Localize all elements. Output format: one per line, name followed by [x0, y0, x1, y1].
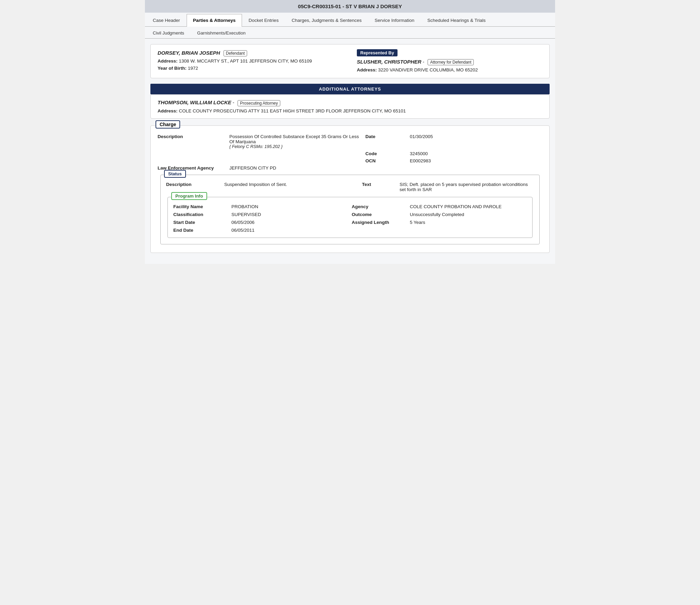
code-label: Code	[365, 151, 406, 156]
agency-value: COLE COUNTY PROBATION AND PAROLE	[410, 204, 527, 209]
additional-attorneys-card: THOMPSON, WILLIAM LOCKE - Prosecuting At…	[150, 94, 550, 118]
date-value: 01/30/2005	[410, 134, 542, 139]
defendant-yob-value: 1972	[188, 66, 198, 71]
status-text-label: Text	[362, 182, 396, 187]
page-title: 05C9-CR00315-01 - ST V BRIAN J DORSEY	[145, 0, 555, 13]
defendant-address-value: 1308 W. MCCARTY ST., APT 101 JEFFERSON C…	[179, 58, 312, 64]
program-legend: Program Info	[171, 193, 207, 199]
tab-docket-entries[interactable]: Docket Entries	[242, 14, 285, 26]
defendant-badge: Defendant	[224, 50, 247, 56]
tab-civil-judgments[interactable]: Civil Judgments	[146, 27, 191, 38]
assigned-length-value: 5 Years	[410, 220, 527, 225]
represented-by-label: Represented By	[357, 49, 398, 56]
charge-section: Charge Description Possession Of Control…	[150, 125, 550, 253]
defendant-info: DORSEY, BRIAN JOSEPH Defendant Address: …	[158, 50, 343, 72]
classification-label: Classification	[173, 212, 228, 217]
tab-garnishments[interactable]: Garnishments/Execution	[191, 27, 252, 38]
additional-attorneys-header: ADDITIONAL ATTORNEYS	[150, 84, 550, 94]
additional-attorney-address-line: Address: COLE COUNTY PROSECUTING ATTY 31…	[158, 108, 542, 113]
attorney-address-value: 3220 VANDIVER DRIVE COLUMBIA, MO 65202	[378, 67, 478, 72]
tab-service-information[interactable]: Service Information	[368, 14, 421, 26]
lea-value: JEFFERSON CITY PD	[229, 165, 362, 171]
status-description-value: Suspended Imposition of Sent.	[224, 182, 359, 187]
attorney-address-label: Address:	[357, 67, 377, 72]
program-table: Facility Name PROBATION Agency COLE COUN…	[173, 204, 527, 233]
charge-legend: Charge	[156, 122, 180, 127]
represented-by-section: Represented By SLUSHER, CHRISTOPHER - At…	[357, 50, 542, 72]
additional-attorney-address-label: Address:	[158, 108, 178, 113]
tab-parties-attorneys[interactable]: Parties & Attorneys	[187, 14, 242, 27]
code-value: 3245000	[410, 151, 542, 156]
charge-table: Description Possession Of Controlled Sub…	[158, 134, 542, 171]
additional-attorney-address-value: COLE COUNTY PROSECUTING ATTY 311 EAST HI…	[179, 108, 406, 113]
description-label: Description	[158, 134, 226, 139]
end-date-label: End Date	[173, 228, 228, 233]
defendant-card: DORSEY, BRIAN JOSEPH Defendant Address: …	[150, 44, 550, 78]
additional-attorney-badge: Prosecuting Attorney	[238, 100, 280, 106]
tab-case-header[interactable]: Case Header	[146, 14, 187, 26]
outcome-label: Outcome	[352, 212, 406, 217]
status-description-label: Description	[166, 182, 221, 187]
tab-scheduled-hearings[interactable]: Scheduled Hearings & Trials	[421, 14, 492, 26]
description-note: { Felony C RSMo: 195.202 }	[229, 144, 362, 149]
attorney-address-line: Address: 3220 VANDIVER DRIVE COLUMBIA, M…	[357, 67, 542, 72]
classification-value: SUPERVISED	[231, 212, 348, 217]
tab-charges[interactable]: Charges, Judgments & Sentences	[285, 14, 368, 26]
ocn-label: OCN	[365, 158, 406, 163]
status-table: Description Suspended Imposition of Sent…	[166, 182, 534, 192]
tab-bar: Case Header Parties & Attorneys Docket E…	[145, 13, 555, 27]
status-legend-label: Status	[164, 170, 186, 178]
agency-label: Agency	[352, 204, 406, 209]
assigned-length-label: Assigned Length	[352, 220, 406, 225]
attorney-badge: Attorney for Defendant	[428, 59, 474, 65]
attorney-name: SLUSHER, CHRISTOPHER	[357, 59, 421, 65]
date-label: Date	[365, 134, 406, 139]
defendant-address-label: Address:	[158, 58, 178, 64]
charge-legend-label: Charge	[156, 120, 180, 129]
end-date-value: 06/05/2011	[231, 228, 348, 233]
start-date-label: Start Date	[173, 220, 228, 225]
defendant-address-line: Address: 1308 W. MCCARTY ST., APT 101 JE…	[158, 58, 343, 64]
description-value: Possession Of Controlled Substance Excep…	[229, 134, 362, 149]
facility-name-value: PROBATION	[231, 204, 348, 209]
defendant-name: DORSEY, BRIAN JOSEPH	[158, 50, 220, 56]
program-info-section: Program Info Facility Name PROBATION Age…	[167, 197, 533, 238]
defendant-yob-line: Year of Birth: 1972	[158, 66, 343, 71]
program-legend-label: Program Info	[171, 192, 207, 200]
facility-name-label: Facility Name	[173, 204, 228, 209]
outcome-value: Unsuccessfully Completed	[410, 212, 527, 217]
status-text-value: SIS; Deft. placed on 5 years supervised …	[400, 182, 534, 192]
start-date-value: 06/05/2006	[231, 220, 348, 225]
ocn-value: E0002983	[410, 158, 542, 163]
status-legend: Status	[164, 171, 186, 176]
additional-attorney-name: THOMPSON, WILLIAM LOCKE	[158, 99, 231, 105]
status-section: Status Description Suspended Imposition …	[160, 175, 540, 244]
defendant-yob-label: Year of Birth:	[158, 66, 187, 71]
secondary-tab-bar: Civil Judgments Garnishments/Execution	[145, 27, 555, 39]
